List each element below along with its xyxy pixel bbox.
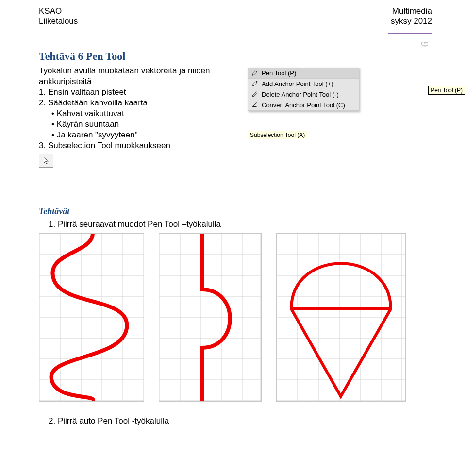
menu-item-pen-tool[interactable]: Pen Tool (P) [248,68,359,79]
bullet-3: Ja kaaren "syvyyteen" [39,130,228,140]
shape-3 [276,233,406,402]
handle-dot [302,66,304,68]
intro-text: Työkalun avulla muokataan vektoreita ja … [39,66,228,87]
tasks-heading: Tehtävät [39,206,432,217]
menu-item-delete-anchor[interactable]: Delete Anchor Point Tool (-) [248,89,359,100]
page-number: 6 [418,42,431,47]
dept-name: Liiketalous [39,16,78,26]
right-column: Pen Tool (P) Add Anchor Point Tool (+) D… [248,66,432,168]
menu-item-label: Convert Anchor Point Tool (C) [262,102,345,109]
pen-plus-icon [251,80,259,87]
header-right: Multimedia syksy 2012 [391,6,432,27]
step-1: 1. Ensin valitaan pisteet [39,87,228,98]
step-2: 2. Säädetään kahvoilla kaarta [39,98,228,108]
task-2: 2. Piirrä auto Pen Tool -työkalulla [39,416,432,426]
menu-item-label: Pen Tool (P) [262,69,296,77]
svg-marker-0 [44,158,49,164]
pen-tool-tooltip: Pen Tool (P) [428,86,465,95]
page-title: Tehtävä 6 Pen Tool [39,50,432,63]
step-3: 3. Subselection Tool muokkaukseen [39,140,228,151]
shapes-row [39,233,432,402]
menu-item-label: Add Anchor Point Tool (+) [262,80,333,87]
bullet-2: Käyrän suuntaan [39,119,228,130]
arrow-cursor-icon [42,156,50,165]
task-1: 1. Piirrä seuraavat muodot Pen Tool –työ… [39,220,432,229]
org-name: KSAO [39,6,78,16]
handle-dot [391,66,393,68]
pen-tool-menu-wrap: Pen Tool (P) Add Anchor Point Tool (+) D… [248,68,432,111]
accent-rule [388,33,432,34]
pen-minus-icon [251,91,259,98]
left-column: Työkalun avulla muokataan vektoreita ja … [39,66,228,168]
header-left: KSAO Liiketalous [39,6,78,27]
shape-2 [159,233,262,402]
menu-item-label: Delete Anchor Point Tool (-) [262,91,339,98]
pen-nib-icon [251,69,259,76]
term: syksy 2012 [391,16,432,26]
bullet-1: Kahvat vaikuttuvat [39,108,228,119]
shape-1 [39,233,144,402]
page-header: KSAO Liiketalous Multimedia syksy 2012 [39,6,432,27]
course-name: Multimedia [391,6,432,16]
menu-item-add-anchor[interactable]: Add Anchor Point Tool (+) [248,79,359,89]
menu-item-convert-anchor[interactable]: Convert Anchor Point Tool (C) [248,100,359,111]
subselection-tool-icon[interactable] [39,154,53,168]
handle-dot [246,66,248,68]
angle-icon [251,102,259,108]
subselection-tooltip: Subselection Tool (A) [248,131,307,139]
pen-tool-menu: Pen Tool (P) Add Anchor Point Tool (+) D… [248,68,359,111]
